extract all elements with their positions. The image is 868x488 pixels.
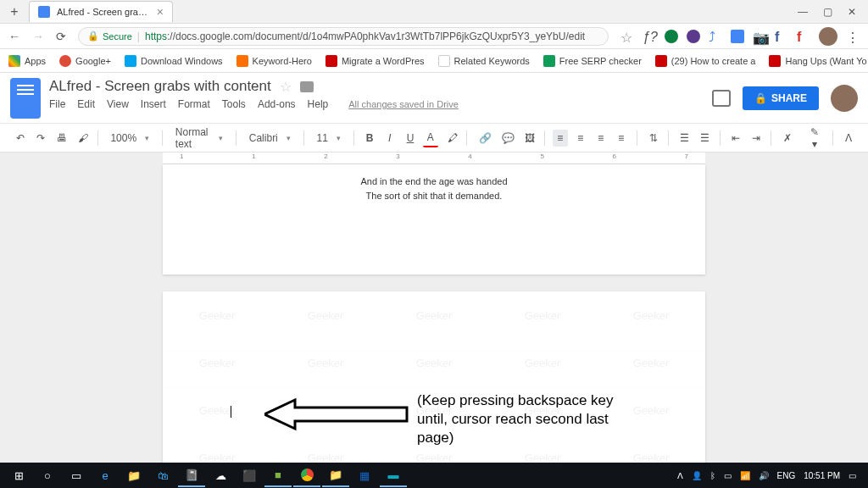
- taskbar-app[interactable]: ▬: [380, 463, 407, 487]
- bookmark-item[interactable]: Migrate a WordPres: [326, 55, 425, 67]
- back-button[interactable]: ←: [8, 30, 20, 43]
- ext-icon[interactable]: [731, 30, 744, 43]
- start-button[interactable]: ⊞: [5, 463, 32, 487]
- taskbar-app[interactable]: ☁: [207, 463, 234, 487]
- align-justify-button[interactable]: ≡: [614, 130, 629, 147]
- numbered-list-button[interactable]: ☰: [676, 130, 691, 147]
- paint-format-button[interactable]: 🖌: [74, 130, 90, 147]
- hide-menus-button[interactable]: ᐱ: [841, 130, 856, 147]
- highlight-button[interactable]: 🖍: [443, 130, 459, 147]
- style-select[interactable]: Normal text: [170, 125, 228, 152]
- taskbar-app[interactable]: 📓: [178, 463, 205, 487]
- italic-button[interactable]: I: [382, 130, 398, 147]
- indent-decrease-button[interactable]: ⇤: [727, 130, 743, 147]
- share-button[interactable]: 🔒 SHARE: [743, 86, 819, 110]
- line-spacing-button[interactable]: ⇅: [645, 130, 660, 147]
- page-text-line[interactable]: The sort of shit that it demanded.: [231, 189, 637, 203]
- document-title[interactable]: ALfred - Screen grabs with content: [49, 78, 271, 95]
- bookmark-item[interactable]: Download Windows: [125, 55, 223, 67]
- text-color-button[interactable]: A: [423, 129, 438, 147]
- taskbar-app[interactable]: ■: [264, 463, 292, 487]
- menu-tools[interactable]: Tools: [222, 98, 246, 110]
- ext-icon[interactable]: ⤴: [709, 30, 722, 43]
- menu-view[interactable]: View: [107, 98, 129, 110]
- menu-insert[interactable]: Insert: [141, 98, 166, 110]
- battery-icon[interactable]: ▭: [724, 471, 732, 480]
- wifi-icon[interactable]: 📶: [740, 471, 750, 480]
- maximize-icon[interactable]: ▢: [823, 6, 832, 18]
- apps-button[interactable]: Apps: [8, 55, 46, 67]
- minimize-icon[interactable]: —: [798, 6, 808, 18]
- taskbar-chrome[interactable]: [293, 463, 320, 487]
- taskbar-app[interactable]: 🛍: [149, 463, 176, 487]
- align-right-button[interactable]: ≡: [593, 130, 609, 147]
- ext-icon[interactable]: [665, 30, 678, 43]
- ext-icon[interactable]: 📷: [753, 30, 766, 43]
- task-view-button[interactable]: ▭: [63, 463, 90, 487]
- ext-icon[interactable]: [687, 30, 700, 43]
- print-button[interactable]: 🖶: [53, 130, 69, 147]
- docs-logo-icon[interactable]: [10, 78, 41, 119]
- bookmark-item[interactable]: Keyword-Hero: [236, 55, 312, 67]
- document-page[interactable]: And in the end the age was handed The so…: [163, 164, 705, 274]
- comments-icon[interactable]: [712, 90, 731, 107]
- menu-icon[interactable]: ⋮: [846, 30, 860, 43]
- fontsize-select[interactable]: 11: [312, 130, 346, 146]
- redo-button[interactable]: ↷: [32, 130, 47, 147]
- taskbar-app[interactable]: 📁: [322, 463, 349, 487]
- tray-icon[interactable]: ᐱ: [677, 471, 683, 480]
- indent-increase-button[interactable]: ⇥: [748, 130, 763, 147]
- align-center-button[interactable]: ≡: [573, 130, 588, 147]
- menu-addons[interactable]: Add-ons: [258, 98, 296, 110]
- people-icon[interactable]: 👤: [692, 471, 702, 480]
- bulleted-list-button[interactable]: ☰: [696, 130, 711, 147]
- star-icon[interactable]: ☆: [620, 30, 634, 43]
- link-button[interactable]: 🔗: [475, 130, 492, 147]
- bookmark-item[interactable]: (29) How to create a: [655, 55, 756, 67]
- menu-file[interactable]: File: [49, 98, 65, 110]
- bookmark-item[interactable]: Related Keywords: [438, 55, 530, 67]
- zoom-select[interactable]: 100%: [105, 130, 154, 146]
- undo-button[interactable]: ↶: [12, 130, 27, 147]
- close-tab-icon[interactable]: ×: [157, 5, 164, 19]
- taskbar-app[interactable]: 📁: [120, 463, 147, 487]
- editing-mode-button[interactable]: ✎ ▾: [804, 124, 825, 152]
- browser-tab[interactable]: ALfred - Screen grabs wi ×: [29, 1, 173, 22]
- clear-formatting-button[interactable]: ✗: [779, 130, 794, 147]
- ext-icon[interactable]: ƒ?: [643, 30, 656, 43]
- font-select[interactable]: Calibri: [244, 130, 296, 146]
- save-status[interactable]: All changes saved in Drive: [348, 99, 459, 109]
- taskbar-app[interactable]: e: [92, 463, 119, 487]
- comment-button[interactable]: 💬: [498, 130, 515, 147]
- volume-icon[interactable]: 🔊: [759, 471, 769, 480]
- forward-button[interactable]: →: [32, 30, 44, 43]
- image-button[interactable]: 🖼: [520, 130, 537, 147]
- page-text-line[interactable]: And in the end the age was handed: [231, 175, 637, 189]
- bookmark-item[interactable]: Google+: [59, 55, 111, 67]
- language-indicator[interactable]: ENG: [777, 471, 796, 480]
- menu-edit[interactable]: Edit: [77, 98, 95, 110]
- profile-avatar[interactable]: [819, 27, 837, 46]
- document-page[interactable]: GeekerGeekerGeekerGeekerGeeker GeekerGee…: [163, 291, 705, 488]
- bold-button[interactable]: B: [362, 130, 377, 147]
- menu-format[interactable]: Format: [178, 98, 210, 110]
- new-tab-button[interactable]: +: [7, 4, 22, 19]
- document-canvas[interactable]: 11234567 And in the end the age was hand…: [0, 152, 868, 488]
- star-icon[interactable]: ☆: [280, 79, 292, 95]
- ext-icon[interactable]: f: [775, 30, 788, 43]
- horizontal-ruler[interactable]: 11234567: [163, 152, 705, 164]
- notifications-icon[interactable]: ▭: [849, 471, 856, 480]
- ext-icon[interactable]: f: [797, 30, 810, 43]
- bookmark-item[interactable]: Free SERP checker: [543, 55, 642, 67]
- clock[interactable]: 10:51 PM: [804, 471, 840, 480]
- taskbar-app[interactable]: ▦: [351, 463, 378, 487]
- menu-help[interactable]: Help: [308, 98, 329, 110]
- close-window-icon[interactable]: ✕: [848, 6, 856, 18]
- underline-button[interactable]: U: [403, 130, 418, 147]
- url-input[interactable]: 🔒 Secure | https://docs.google.com/docum…: [78, 27, 609, 46]
- reload-button[interactable]: ⟳: [56, 30, 66, 43]
- cortana-button[interactable]: ○: [34, 463, 61, 487]
- bookmark-item[interactable]: Hang Ups (Want Yo: [769, 55, 866, 67]
- taskbar-app[interactable]: ⬛: [236, 463, 263, 487]
- account-avatar[interactable]: [831, 85, 858, 112]
